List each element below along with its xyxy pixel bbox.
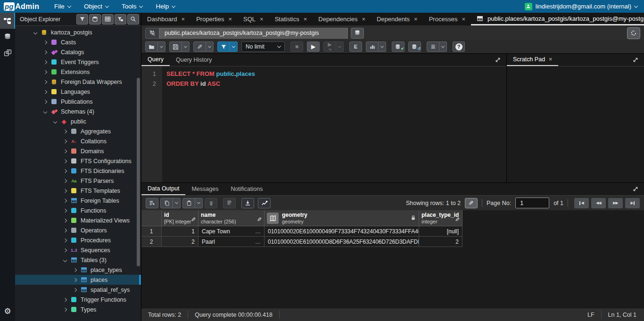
chevron-right-icon[interactable] bbox=[63, 189, 67, 192]
new-connection-icon[interactable] bbox=[351, 28, 364, 39]
delete-row-button[interactable] bbox=[205, 198, 217, 208]
edit-rows-button[interactable]: ✎ bbox=[465, 198, 478, 208]
tab-query[interactable]: Query bbox=[141, 54, 170, 66]
chevron-right-icon[interactable] bbox=[73, 278, 77, 281]
edit-button[interactable]: ✎ bbox=[193, 41, 206, 52]
main-tab-6[interactable]: Processes× bbox=[423, 13, 471, 25]
cell-name[interactable]: Cape Town… bbox=[198, 226, 264, 237]
sql-editor[interactable]: 12 SELECT * FROM public.placesORDER BY i… bbox=[141, 66, 506, 182]
help-button[interactable]: ? bbox=[453, 41, 465, 52]
row-number-cell[interactable]: 1 bbox=[141, 226, 162, 237]
refresh-icon[interactable] bbox=[627, 27, 640, 39]
view-geometry-button[interactable] bbox=[267, 213, 279, 224]
object-explorer-icon[interactable] bbox=[0, 13, 15, 29]
tree-item-foreign-tables[interactable]: Foreign Tables bbox=[15, 196, 141, 206]
chevron-right-icon[interactable] bbox=[63, 198, 67, 202]
cell-geometry[interactable]: 0101000020E6100000D8D6F36A25F632406D726D… bbox=[264, 237, 419, 247]
tab-scratch-pad[interactable]: Scratch Pad× bbox=[507, 54, 558, 66]
close-icon[interactable]: × bbox=[304, 16, 307, 23]
tree-item-place-types[interactable]: place_types bbox=[15, 265, 141, 275]
graph-visualiser-button[interactable] bbox=[258, 198, 271, 208]
tree-item-foreign-data-wrappers[interactable]: Foreign Data Wrappers bbox=[15, 77, 141, 87]
tree-item-sequences[interactable]: 1..3Sequences bbox=[15, 245, 141, 255]
add-row-button[interactable] bbox=[146, 198, 158, 208]
cell-name[interactable]: Paarl… bbox=[198, 237, 264, 247]
chevron-right-icon[interactable] bbox=[43, 90, 47, 93]
tree-item-domains[interactable]: Domains bbox=[15, 146, 141, 156]
execute-button[interactable]: ▶ bbox=[307, 41, 320, 52]
execute-options-button[interactable]: ▶↷ bbox=[323, 41, 336, 52]
tab-query-history[interactable]: Query History bbox=[170, 54, 218, 66]
chevron-down-icon[interactable] bbox=[63, 258, 67, 262]
explain-button[interactable]: E bbox=[349, 41, 362, 52]
tree-item-collations[interactable]: A↓Collations bbox=[15, 136, 141, 146]
chevron-down-icon[interactable] bbox=[53, 119, 57, 123]
chevron-right-icon[interactable] bbox=[63, 208, 67, 212]
user-menu[interactable]: lindiestrijdom@gmail.com (internal) bbox=[525, 3, 644, 10]
column-header-geometry[interactable]: geometrygeometry bbox=[264, 210, 419, 226]
close-icon[interactable]: × bbox=[260, 16, 264, 23]
tree-item-functions[interactable]: Functions bbox=[15, 206, 141, 215]
explain-analyze-dropdown[interactable] bbox=[379, 41, 386, 52]
close-icon[interactable]: × bbox=[362, 16, 365, 23]
close-icon[interactable]: × bbox=[182, 16, 185, 23]
copy-button[interactable] bbox=[160, 198, 173, 208]
tree-item-fts-dictionaries[interactable]: FTS Dictionaries bbox=[15, 166, 141, 176]
main-tab-0[interactable]: Dashboard× bbox=[141, 13, 190, 25]
tree-item-fts-configurations[interactable]: FTS Configurations bbox=[15, 156, 141, 166]
tree-item-places[interactable]: places bbox=[15, 275, 141, 285]
main-tab-4[interactable]: Dependencies× bbox=[313, 13, 371, 25]
tree-item-event-triggers[interactable]: Event Triggers bbox=[15, 57, 141, 67]
tree-item-trigger-functions[interactable]: Trigger Functions bbox=[15, 295, 141, 305]
main-tab-3[interactable]: Statistics× bbox=[269, 13, 313, 25]
copy-dropdown[interactable] bbox=[173, 198, 181, 208]
tab-notifications[interactable]: Notifications bbox=[224, 183, 269, 195]
paste-button[interactable] bbox=[182, 198, 195, 208]
filter-button[interactable] bbox=[217, 41, 230, 52]
tree-item-materialized-views[interactable]: Materialized Views bbox=[15, 215, 141, 225]
download-results-button[interactable] bbox=[241, 198, 254, 208]
chevron-right-icon[interactable] bbox=[73, 268, 77, 272]
chevron-right-icon[interactable] bbox=[63, 218, 67, 222]
first-page-button[interactable]: ◀ bbox=[574, 198, 589, 208]
chevron-right-icon[interactable] bbox=[63, 179, 67, 182]
chevron-right-icon[interactable] bbox=[63, 169, 67, 173]
grid-view-icon[interactable] bbox=[102, 14, 114, 25]
cell-place_type_id[interactable]: [null] bbox=[419, 226, 462, 237]
last-page-button[interactable]: ▶ bbox=[625, 198, 640, 208]
macros-dropdown[interactable] bbox=[439, 41, 447, 52]
open-file-dropdown[interactable] bbox=[158, 41, 165, 52]
expand-scratch-pad-icon[interactable] bbox=[627, 54, 644, 66]
query-tool-icon[interactable] bbox=[0, 29, 15, 45]
tree-item-extensions[interactable]: Extensions bbox=[15, 67, 141, 77]
tree-item-public[interactable]: ◆public bbox=[15, 116, 141, 126]
cell-id[interactable]: 2 bbox=[162, 237, 198, 247]
tree-item-fts-templates[interactable]: FTS Templates bbox=[15, 186, 141, 196]
tree-item-fts-parsers[interactable]: AaFTS Parsers bbox=[15, 176, 141, 186]
close-icon[interactable]: × bbox=[228, 16, 232, 23]
column-header-name[interactable]: namecharacter (256)✎ bbox=[198, 210, 264, 226]
tab-data-output[interactable]: Data Output bbox=[141, 183, 185, 195]
chevron-right-icon[interactable] bbox=[43, 50, 47, 54]
tree-item-languages[interactable]: Languages bbox=[15, 87, 141, 97]
macros-button[interactable]: ≣ bbox=[427, 41, 439, 52]
close-icon[interactable]: × bbox=[549, 56, 552, 63]
chevron-right-icon[interactable] bbox=[63, 149, 67, 153]
tree-item-schemas-4-[interactable]: ◆◆Schemas (4) bbox=[15, 107, 141, 116]
cell-id[interactable]: 1 bbox=[162, 226, 198, 237]
cell-geometry[interactable]: 0101000020E6100000490F73334F743240430F73… bbox=[264, 226, 419, 237]
chevron-right-icon[interactable] bbox=[63, 159, 67, 163]
tree-item-operators[interactable]: Operators bbox=[15, 225, 141, 235]
menu-file[interactable]: File bbox=[48, 0, 77, 13]
edit-dropdown[interactable] bbox=[206, 41, 214, 52]
filter-icon[interactable] bbox=[76, 14, 88, 25]
chevron-right-icon[interactable] bbox=[63, 307, 67, 311]
limit-select[interactable]: No limit bbox=[241, 41, 285, 52]
row-number-cell[interactable]: 2 bbox=[141, 237, 162, 247]
commit-button[interactable]: ✔ bbox=[392, 41, 405, 52]
save-file-button[interactable] bbox=[169, 41, 182, 52]
cancel-query-button[interactable]: ■ bbox=[290, 41, 303, 52]
sql-code[interactable]: SELECT * FROM public.placesORDER BY id A… bbox=[162, 66, 255, 182]
tree-item-spatial-ref-sys[interactable]: spatial_ref_sys bbox=[15, 285, 141, 295]
chevron-right-icon[interactable] bbox=[63, 129, 67, 133]
